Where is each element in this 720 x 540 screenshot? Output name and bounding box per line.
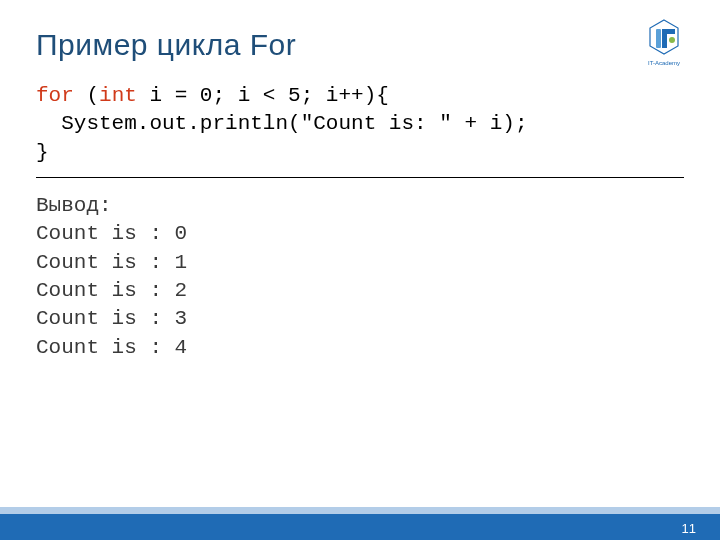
output-label: Вывод: — [36, 194, 112, 217]
footer: 11 — [0, 506, 720, 540]
output-line: Count is : 0 — [36, 222, 187, 245]
page-number: 11 — [682, 521, 696, 536]
divider — [36, 177, 684, 178]
footer-bar-dark — [0, 514, 720, 540]
logo-it-academy: IT-Academy — [642, 18, 686, 68]
keyword-for: for — [36, 84, 74, 107]
output-line: Count is : 1 — [36, 251, 187, 274]
slide: IT-Academy Пример цикла For for (int i =… — [0, 0, 720, 540]
code-line: System.out.println("Count is: " + i); — [36, 112, 527, 135]
slide-title: Пример цикла For — [36, 28, 684, 62]
code-text: ( — [74, 84, 99, 107]
svg-rect-0 — [656, 29, 661, 48]
output-block: Вывод: Count is : 0 Count is : 1 Count i… — [36, 192, 684, 362]
it-academy-icon: IT-Academy — [642, 18, 686, 68]
code-block: for (int i = 0; i < 5; i++){ System.out.… — [36, 82, 684, 167]
output-line: Count is : 3 — [36, 307, 187, 330]
footer-bar-light — [0, 507, 720, 514]
code-text: i = 0; i < 5; i++){ — [137, 84, 389, 107]
output-line: Count is : 2 — [36, 279, 187, 302]
code-line: } — [36, 141, 49, 164]
svg-text:IT-Academy: IT-Academy — [648, 60, 680, 66]
svg-point-1 — [669, 37, 675, 43]
keyword-int: int — [99, 84, 137, 107]
output-line: Count is : 4 — [36, 336, 187, 359]
